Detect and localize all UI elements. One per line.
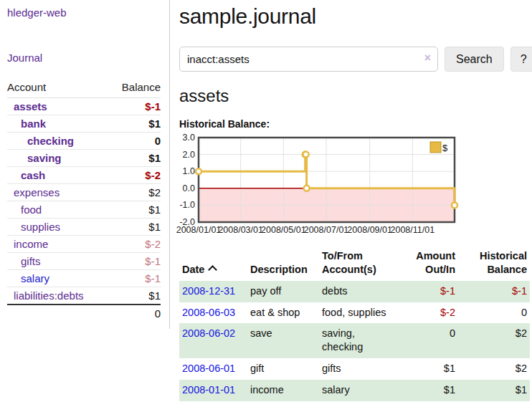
account-name-cell: saving (7, 150, 109, 167)
data-point-marker (304, 186, 310, 191)
y-tick-label: 3.0 (183, 133, 195, 143)
transaction-date-link[interactable]: 2008-12-31 (182, 285, 235, 297)
account-link-food[interactable]: food (21, 203, 42, 216)
search-input[interactable] (179, 47, 438, 72)
account-link-bank[interactable]: bank (21, 118, 46, 130)
transaction-date-link[interactable]: 2008-06-01 (182, 363, 235, 374)
search-row: × Search ? (179, 47, 532, 72)
clear-search-icon[interactable]: × (424, 52, 431, 64)
register-row: 2008-06-02savesaving,checking0$2 (179, 323, 530, 358)
sidebar: hledger-web Journal Account Balance asse… (0, 0, 170, 329)
register-header-tofrom: To/From Account(s) (319, 248, 399, 281)
page-title: sample.journal (179, 4, 532, 29)
x-tick-label: 2008/05/01 (261, 225, 306, 235)
accounts-header-row: Account Balance (7, 78, 161, 98)
sidebar-item-journal[interactable]: Journal (7, 52, 42, 64)
account-link-expenses[interactable]: expenses (14, 186, 60, 198)
account-link-assets[interactable]: assets (14, 100, 47, 112)
register-header-amount: Amount Out/In (399, 248, 458, 281)
account-name-cell: bank (7, 115, 109, 133)
x-tick-label: 2008/09/01 (347, 225, 392, 235)
transaction-amount: 0 (399, 323, 458, 358)
transaction-date-cell: 2008-06-02 (179, 323, 247, 358)
transaction-accounts-line: saving, (322, 327, 396, 340)
account-link-salary[interactable]: salary (21, 272, 49, 284)
transaction-date-link[interactable]: 2008-06-02 (182, 327, 235, 339)
account-name-cell: salary (7, 270, 109, 287)
data-point-marker (196, 168, 201, 174)
account-name-cell: income (7, 236, 109, 253)
transaction-date-cell: 2008-06-03 (179, 302, 247, 324)
account-heading: assets (179, 86, 532, 106)
account-name-cell: gifts (7, 253, 109, 270)
accounts-header-account: Account (7, 78, 109, 98)
account-balance: $-1 (109, 253, 161, 270)
transaction-description: income (247, 380, 319, 401)
search-button[interactable]: Search (445, 47, 504, 72)
transaction-accounts-line: food, supplies (322, 306, 396, 320)
account-name-cell: checking (7, 133, 109, 150)
app-title-link[interactable]: hledger-web (7, 6, 67, 19)
register-header-amount-line1: Amount (402, 249, 455, 263)
account-balance: $1 (109, 115, 161, 133)
accounts-header-balance: Balance (109, 78, 161, 98)
transaction-accounts-line: checking (322, 340, 396, 354)
transaction-amount: $-1 (399, 281, 458, 302)
register-header-balance-line2: Balance (461, 263, 527, 277)
legend-label: $ (442, 143, 448, 153)
legend-swatch (430, 142, 441, 153)
sidebar-account-row: liabilities:debts$1 (7, 287, 161, 305)
app-root: hledger-web Journal Account Balance asse… (0, 0, 532, 401)
account-balance: $1 (109, 150, 161, 167)
account-link-income[interactable]: income (14, 238, 48, 250)
transaction-accounts-line: debts (322, 284, 396, 298)
register-header-tofrom-line2: Account(s) (322, 263, 396, 277)
transaction-amount: $-2 (399, 302, 458, 324)
account-link-gifts[interactable]: gifts (21, 255, 41, 267)
transaction-accounts: debts (319, 281, 399, 302)
account-link-cash[interactable]: cash (21, 169, 45, 181)
register-header-row: Date Description To/From Account(s) Amou… (179, 248, 530, 281)
main-panel: sample.journal × Search ? assets Histori… (170, 0, 532, 401)
transaction-description: eat & shop (247, 302, 319, 324)
transaction-balance: $2 (458, 358, 530, 380)
transaction-accounts: food, supplies (319, 302, 399, 324)
sidebar-account-row: assets$-1 (7, 98, 161, 115)
account-link-liabilities-debts[interactable]: liabilities:debts (14, 289, 84, 302)
transaction-date-cell: 2008-01-01 (179, 380, 247, 401)
accounts-total-row: 0 (7, 305, 161, 322)
register-table: Date Description To/From Account(s) Amou… (179, 248, 530, 401)
account-balance: $1 (109, 219, 161, 236)
app-title: hledger-web (7, 6, 161, 19)
chart-svg: $3.02.01.00.0-1.0-2.02008/01/012008/03/0… (179, 136, 462, 238)
transaction-description: save (247, 323, 319, 358)
register-header-date[interactable]: Date (179, 248, 247, 281)
account-balance: $-1 (109, 270, 161, 287)
y-tick-label: 1.0 (183, 166, 195, 176)
transaction-accounts: salary (319, 380, 399, 401)
register-row: 2008-06-03eat & shopfood, supplies$-20 (179, 302, 530, 324)
transaction-date-link[interactable]: 2008-06-03 (182, 307, 235, 318)
account-balance: 0 (109, 133, 161, 150)
account-name-cell: expenses (7, 184, 109, 201)
y-tick-label: -1.0 (179, 200, 195, 210)
account-name-cell: cash (7, 167, 109, 184)
sidebar-account-row: checking0 (7, 133, 161, 150)
help-button[interactable]: ? (510, 47, 532, 72)
y-tick-label: 2.0 (183, 150, 195, 160)
transaction-date-link[interactable]: 2008-01-01 (182, 384, 235, 396)
sidebar-nav: Journal (7, 52, 161, 64)
x-tick-label: 2008/01/01 (176, 225, 222, 235)
account-balance: $2 (109, 184, 161, 201)
chart-title: Historical Balance: (179, 118, 532, 130)
x-tick-label: 2008/07/01 (304, 225, 349, 235)
register-header-balance-line1: Historical (461, 249, 527, 263)
account-name-cell: supplies (7, 219, 109, 236)
account-link-saving[interactable]: saving (27, 152, 62, 164)
transaction-description: pay off (247, 281, 319, 302)
account-link-supplies[interactable]: supplies (21, 221, 60, 233)
historical-balance-chart: $3.02.01.00.0-1.0-2.02008/01/012008/03/0… (179, 136, 532, 238)
account-name-cell: assets (7, 98, 109, 115)
account-link-checking[interactable]: checking (27, 135, 74, 147)
account-balance: $-2 (109, 167, 161, 184)
